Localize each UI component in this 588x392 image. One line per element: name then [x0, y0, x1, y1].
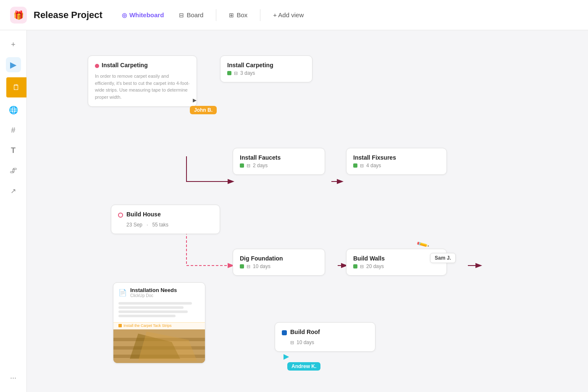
teal-arrow: ▶ [284, 353, 289, 360]
install-fixsures-card[interactable]: Install Fixsures ⊟ 4 days [346, 148, 447, 175]
days-icon: ⊟ [290, 340, 294, 345]
card-title: Install Fixsures [353, 154, 440, 161]
card-title: Install Carpeting [102, 62, 148, 68]
add-view-button[interactable]: + Add view [267, 9, 310, 21]
sam-badge: Sam J. [430, 253, 456, 263]
app-logo: 🎁 [10, 7, 27, 24]
nav-whiteboard[interactable]: ◎ Whiteboard [116, 9, 170, 21]
nav-divider-2 [260, 9, 260, 21]
john-label: John B. [190, 106, 217, 114]
status-indicator [240, 163, 244, 168]
installation-doc-card[interactable]: 📄 Installation Needs ClickUp Doc Install… [113, 282, 205, 363]
doc-image [113, 329, 205, 363]
doc-subtitle: ClickUp Doc [130, 293, 177, 298]
sidebar-text-icon[interactable]: T [6, 143, 21, 158]
orange-dot [118, 324, 122, 327]
card-meta: 23 Sep · 55 taks [118, 222, 213, 228]
sidebar: + ▶ 🗒 🌐 # T 🖇 ↗ ··· [0, 30, 27, 392]
nav-box[interactable]: ⊞ Box [223, 9, 253, 21]
doc-line [118, 306, 184, 309]
doc-card-header: 📄 Installation Needs ClickUp Doc [113, 283, 205, 300]
sidebar-more-icon[interactable]: ··· [6, 370, 21, 385]
status-indicator [240, 264, 244, 268]
card-title: Build House [126, 211, 161, 218]
doc-line [118, 302, 192, 305]
build-roof-card[interactable]: Build Roof ⊟ 10 days ▶ [275, 322, 375, 352]
sidebar-arrow-icon[interactable]: ↗ [6, 183, 21, 198]
card-description: In order to remove carpet easily and eff… [95, 73, 190, 100]
card-meta: ⊟ 10 days [282, 339, 368, 345]
box-icon: ⊞ [229, 12, 234, 18]
nav-board[interactable]: ⊟ Board [173, 9, 209, 21]
card-meta: ⊟ 2 days [240, 163, 318, 168]
doc-icon: 📄 [118, 289, 127, 297]
card-status-dot [95, 64, 99, 68]
doc-image-label-row: Install the Carpet Tack Strips [113, 322, 205, 329]
status-indicator [118, 213, 123, 218]
card-meta: ⊟ 10 days [240, 263, 318, 269]
sidebar-plus-icon[interactable]: + [6, 37, 21, 52]
andrew-label: Andrew K. [287, 362, 320, 371]
days-icon: ⊟ [360, 264, 364, 269]
nav-divider-1 [216, 9, 216, 21]
status-indicator [282, 330, 287, 335]
project-title: Release Project [34, 10, 102, 21]
sidebar-cursor-icon[interactable]: ▶ [6, 57, 21, 72]
days-icon: ⊟ [360, 163, 364, 168]
sidebar-hash-icon[interactable]: # [6, 123, 21, 138]
card-title: Dig Foundation [240, 255, 318, 262]
card-meta: ⊟ 3 days [227, 70, 305, 76]
card-meta: ⊟ 20 days [353, 263, 440, 269]
whiteboard-canvas[interactable]: Install Carpeting In order to remove car… [27, 30, 588, 392]
card-meta: ⊟ 4 days [353, 163, 440, 168]
sidebar-sticky-icon[interactable]: 🗒 [6, 77, 26, 97]
status-indicator [353, 264, 357, 268]
whiteboard-icon: ◎ [122, 12, 127, 18]
dig-foundation-card[interactable]: Dig Foundation ⊟ 10 days [233, 249, 325, 276]
card-title: Install Faucets [240, 154, 318, 161]
days-icon: ⊟ [234, 71, 238, 76]
status-indicator [353, 163, 357, 168]
doc-lines [113, 300, 205, 322]
card-title: Install Carpeting [227, 62, 305, 68]
build-house-card[interactable]: Build House 23 Sep · 55 taks [111, 205, 220, 234]
install-carpeting-task-card[interactable]: Install Carpeting ⊟ 3 days [220, 55, 312, 82]
days-icon: ⊟ [247, 163, 250, 168]
board-icon: ⊟ [179, 12, 184, 18]
install-faucets-card[interactable]: Install Faucets ⊟ 2 days [233, 148, 325, 175]
status-indicator [227, 71, 231, 75]
install-carpeting-note-card[interactable]: Install Carpeting In order to remove car… [88, 55, 197, 107]
sidebar-clip-icon[interactable]: 🖇 [6, 163, 21, 178]
doc-line [118, 310, 188, 313]
days-icon: ⊟ [247, 264, 250, 269]
nav-bar: ◎ Whiteboard ⊟ Board ⊞ Box + Add view [116, 9, 310, 21]
doc-line [118, 315, 176, 317]
doc-title: Installation Needs [130, 287, 177, 293]
card-title: Build Roof [290, 329, 320, 335]
card-title: Build Walls [353, 255, 440, 262]
sidebar-globe-icon[interactable]: 🌐 [6, 103, 21, 118]
topbar: 🎁 Release Project ◎ Whiteboard ⊟ Board ⊞… [0, 0, 588, 30]
